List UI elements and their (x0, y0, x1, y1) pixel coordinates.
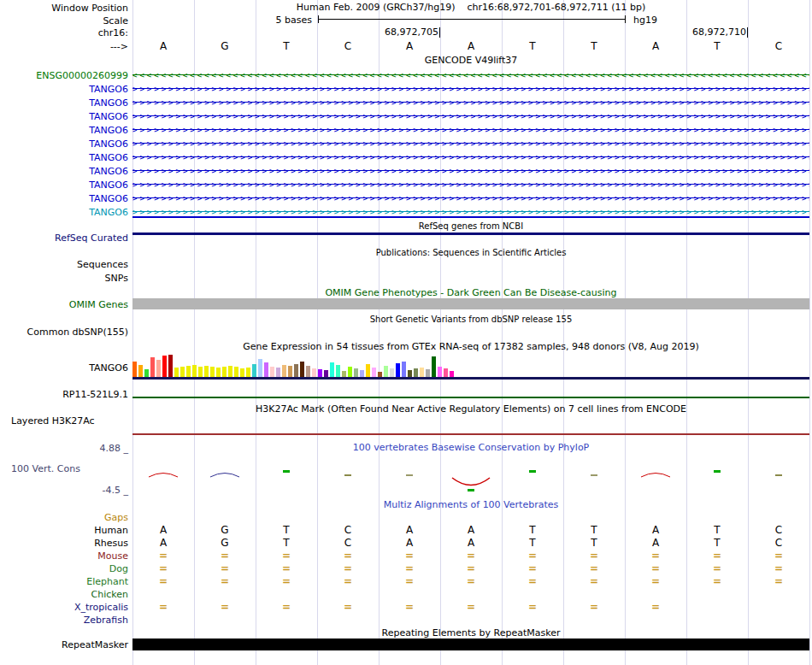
gtex-tissue-bar[interactable] (186, 366, 191, 377)
species-label[interactable]: Elephant (0, 576, 128, 587)
species-alignment-row[interactable]: =========== (132, 575, 809, 588)
gtex-tissue-bar[interactable] (246, 368, 250, 377)
gtex-tissue-bar[interactable] (336, 365, 340, 377)
gtex-tissue-bar[interactable] (270, 367, 274, 377)
gtex-tissue-bar[interactable] (252, 364, 256, 377)
omim-track-title[interactable]: OMIM Gene Phenotypes - Dark Green Can Be… (132, 287, 809, 298)
gtex-tissue-bar[interactable] (240, 368, 244, 377)
gtex-tissue-bar[interactable] (216, 368, 221, 377)
gene-model[interactable]: >>>>>>>>>>>>>>>>>>>>>>>>>>>>>>>>>>>>>>>>… (132, 178, 809, 191)
gtex-tissue-bar[interactable] (168, 355, 173, 377)
omim-genes-label[interactable]: OMIM Genes (0, 299, 128, 310)
rp11-gene-bar[interactable] (132, 397, 809, 398)
h3k27ac-track-title[interactable]: H3K27Ac Mark (Often Found Near Active Re… (132, 403, 809, 415)
gtex-tissue-bar[interactable] (438, 367, 442, 377)
omim-genes-bar[interactable] (132, 298, 809, 309)
species-label[interactable]: Rhesus (0, 538, 128, 549)
gene-model[interactable]: >>>>>>>>>>>>>>>>>>>>>>>>>>>>>>>>>>>>>>>>… (132, 191, 809, 205)
gtex-tissue-bar[interactable] (198, 367, 203, 377)
publications-track-title[interactable]: Publications: Sequences in Scientific Ar… (132, 247, 809, 258)
gtex-tissue-bar[interactable] (174, 368, 179, 377)
gene-label[interactable]: TANGO6 (0, 207, 128, 218)
gtex-tissue-bar[interactable] (372, 368, 376, 377)
gtex-tissue-bar[interactable] (282, 365, 286, 377)
gtex-tissue-bar[interactable] (432, 356, 436, 377)
species-alignment-row[interactable]: AGTCAATTATC (132, 537, 809, 550)
gtex-tissue-bar[interactable] (360, 370, 364, 377)
gene-label[interactable]: TANGO6 (0, 125, 128, 136)
gtex-tissue-bar[interactable] (414, 368, 418, 377)
gene-label[interactable]: TANGO6 (0, 138, 128, 150)
dbsnp-track-title[interactable]: Short Genetic Variants from dbSNP releas… (132, 314, 809, 325)
gene-label[interactable]: TANGO6 (0, 84, 128, 95)
gene-model[interactable]: >>>>>>>>>>>>>>>>>>>>>>>>>>>>>>>>>>>>>>>>… (132, 109, 809, 123)
refseq-curated-bar[interactable] (132, 232, 809, 235)
species-alignment-row[interactable]: =========== (132, 562, 809, 575)
gene-model[interactable]: <<<<<<<<<<<<<<<<<<<<<<<<<<<<<<<<<<<<<<<<… (132, 68, 809, 82)
refseq-curated-label[interactable]: RefSeq Curated (0, 232, 128, 244)
gtex-tissue-bar[interactable] (390, 368, 394, 377)
gtex-tissue-bar[interactable] (138, 365, 143, 377)
gene-model[interactable]: >>>>>>>>>>>>>>>>>>>>>>>>>>>>>>>>>>>>>>>>… (132, 137, 809, 150)
gtex-tissue-bar[interactable] (228, 366, 232, 377)
cons-wiggle[interactable] (132, 451, 809, 496)
gene-label[interactable]: TANGO6 (0, 111, 128, 122)
publications-snps-label[interactable]: SNPs (0, 273, 128, 284)
species-alignment-row[interactable]: ========= (132, 601, 809, 614)
gtex-tissue-bar[interactable] (420, 368, 424, 377)
gtex-tissue-bar[interactable] (222, 367, 227, 377)
gtex-tissue-bar[interactable] (300, 362, 304, 377)
gene-model[interactable]: >>>>>>>>>>>>>>>>>>>>>>>>>>>>>>>>>>>>>>>>… (132, 205, 809, 219)
species-label[interactable]: Chicken (0, 589, 128, 600)
gtex-tissue-bar[interactable] (426, 369, 430, 377)
gene-label[interactable]: TANGO6 (0, 97, 128, 109)
species-alignment-row[interactable] (132, 588, 809, 601)
h3k27ac-label[interactable]: Layered H3K27Ac (0, 415, 128, 427)
gtex-tissue-bar[interactable] (366, 364, 370, 377)
gtex-tissue-bar[interactable] (156, 360, 161, 377)
gtex-tissue-bar[interactable] (396, 363, 400, 377)
gtex-tissue-bar[interactable] (348, 367, 352, 377)
gtex-tissue-bar[interactable] (444, 368, 448, 377)
species-alignment-row[interactable] (132, 614, 809, 627)
species-alignment-row[interactable] (132, 511, 809, 524)
repeatmasker-label[interactable]: RepeatMasker (0, 639, 128, 650)
species-label[interactable]: Human (0, 525, 128, 536)
gtex-tissue-bar[interactable] (306, 366, 310, 377)
gtex-tissue-bar[interactable] (324, 370, 328, 377)
species-label[interactable]: Zebrafish (0, 615, 128, 626)
gene-model[interactable]: >>>>>>>>>>>>>>>>>>>>>>>>>>>>>>>>>>>>>>>>… (132, 150, 809, 164)
gtex-tissue-bar[interactable] (210, 367, 215, 377)
dbsnp-label[interactable]: Common dbSNP(155) (0, 327, 128, 338)
species-label[interactable]: X_tropicalis (0, 602, 128, 613)
gtex-tissue-bar[interactable] (150, 357, 155, 377)
gtex-tissue-bar[interactable] (276, 368, 280, 377)
gene-label[interactable]: TANGO6 (0, 193, 128, 204)
repeatmasker-bar[interactable] (132, 639, 809, 650)
gtex-tissue-bar[interactable] (264, 362, 268, 377)
gene-label[interactable]: TANGO6 (0, 179, 128, 191)
species-label[interactable]: Gaps (0, 512, 128, 523)
gtex-tissue-bar[interactable] (258, 359, 262, 377)
gene-model[interactable]: >>>>>>>>>>>>>>>>>>>>>>>>>>>>>>>>>>>>>>>>… (132, 82, 809, 96)
gtex-tissue-bar[interactable] (192, 365, 197, 377)
gtex-tissue-bar[interactable] (354, 368, 358, 377)
gtex-tissue-bar[interactable] (144, 369, 149, 377)
gene-label[interactable]: ENSG00000260999 (0, 70, 128, 81)
gtex-bar-chart[interactable] (132, 351, 809, 377)
gtex-tissue-bar[interactable] (234, 367, 238, 377)
species-alignment-row[interactable]: =========== (132, 550, 809, 562)
gencode-track-title[interactable]: GENCODE V49lift37 (132, 55, 809, 66)
gtex-tissue-bar[interactable] (162, 356, 167, 377)
gtex-tissue-bar[interactable] (180, 367, 185, 377)
gtex-tissue-bar[interactable] (294, 364, 298, 377)
gtex-tissue-bar[interactable] (204, 366, 209, 377)
gene-label[interactable]: TANGO6 (0, 152, 128, 163)
refseq-track-title[interactable]: RefSeq genes from NCBI (132, 221, 809, 232)
gtex-tissue-bar[interactable] (312, 368, 316, 377)
species-alignment-row[interactable]: AGTCAATTATC (132, 524, 809, 537)
species-label[interactable]: Dog (0, 563, 128, 574)
gene-model[interactable]: >>>>>>>>>>>>>>>>>>>>>>>>>>>>>>>>>>>>>>>>… (132, 164, 809, 178)
cons-track-label[interactable]: 100 Vert. Cons (0, 463, 128, 474)
multiz-track-title[interactable]: Multiz Alignments of 100 Vertebrates (132, 499, 809, 510)
